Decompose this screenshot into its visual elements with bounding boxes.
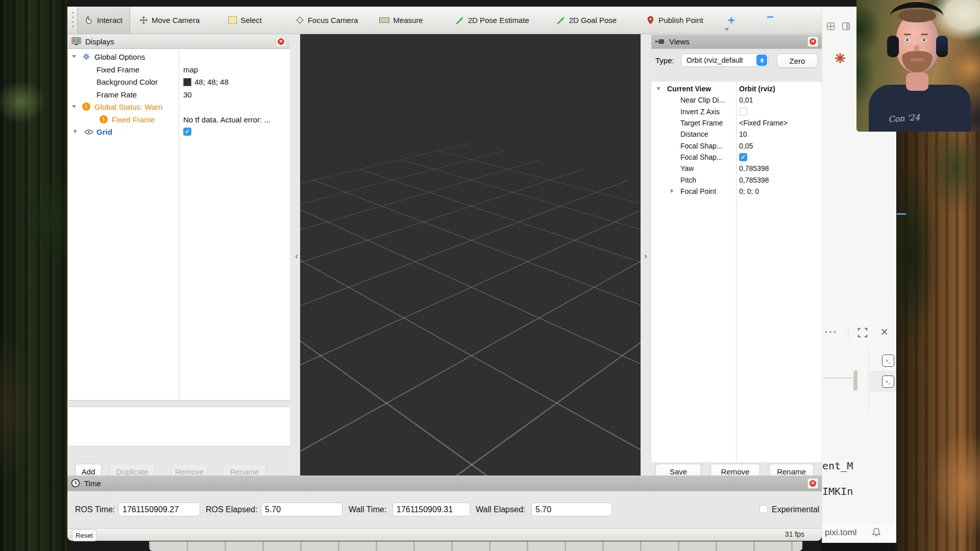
- view-type-dropdown[interactable]: Orbit (rviz_default: [681, 54, 769, 67]
- focal-shape-checkbox[interactable]: ✓: [739, 153, 747, 161]
- tree-label[interactable]: Fixed Frame: [96, 65, 139, 74]
- experimental-checkbox[interactable]: [760, 505, 768, 513]
- views-panel: Views ✕ Type: Orbit (rviz_default Zero C…: [651, 35, 822, 488]
- tree-label[interactable]: Pitch: [680, 176, 696, 184]
- wall-elapsed-input[interactable]: [531, 503, 612, 516]
- reset-button[interactable]: Reset: [72, 530, 96, 541]
- panel-title: Views: [669, 37, 690, 46]
- tool-select[interactable]: Select: [226, 7, 264, 34]
- crosshair-icon: [296, 16, 304, 24]
- tree-label[interactable]: Fixed Frame: [112, 115, 155, 124]
- close-panel-button[interactable]: ✕: [807, 36, 818, 47]
- rviz-toolbar: Interact Move Camera Select Focus Camera…: [67, 7, 822, 34]
- tree-label[interactable]: Invert Z Axis: [680, 108, 720, 116]
- scrollbar-thumb[interactable]: [853, 370, 857, 391]
- tree-value[interactable]: 0,05: [739, 142, 753, 150]
- tree-label[interactable]: Global Options: [94, 53, 145, 61]
- panel-title: Displays: [85, 37, 114, 46]
- tree-row: Invert Z Axis: [651, 106, 822, 117]
- ros-time-input[interactable]: [118, 503, 200, 516]
- expander-icon[interactable]: [656, 87, 660, 90]
- tool-interact[interactable]: Interact: [77, 7, 130, 34]
- tool-focus-camera[interactable]: Focus Camera: [293, 7, 360, 34]
- tree-row: Yaw 0,785398: [651, 163, 822, 174]
- tool-publish-point[interactable]: Publish Point: [644, 7, 705, 34]
- more-options-icon[interactable]: ⋯: [824, 324, 838, 340]
- tree-value[interactable]: 0,785398: [739, 176, 769, 184]
- tree-value[interactable]: No tf data. Actual error: ...: [183, 115, 271, 124]
- toolbar-drag-handle[interactable]: [71, 11, 75, 31]
- close-icon[interactable]: ×: [880, 324, 888, 340]
- expander-icon[interactable]: [74, 129, 77, 133]
- tree-value[interactable]: 48; 48; 48: [194, 78, 229, 86]
- ros-elapsed-input[interactable]: [261, 503, 342, 516]
- person-mouth: [911, 58, 924, 61]
- slider-track[interactable]: [823, 378, 853, 379]
- hand-cursor-icon: [85, 16, 93, 24]
- tree-label[interactable]: Background Color: [96, 78, 158, 86]
- tree-label[interactable]: Near Clip Di...: [680, 96, 725, 104]
- tree-value[interactable]: 0,01: [739, 96, 753, 104]
- expander-icon[interactable]: [72, 105, 76, 108]
- tree-value[interactable]: Orbit (rviz): [739, 85, 775, 93]
- toolbar-overflow-chevron-icon[interactable]: [725, 28, 729, 31]
- views-panel-header[interactable]: Views ✕: [651, 35, 822, 49]
- tree-row: Frame Rate 30: [68, 88, 290, 101]
- tool-2d-pose-estimate[interactable]: 2D Pose Estimate: [454, 7, 531, 34]
- time-panel-header[interactable]: Time ✕: [67, 475, 822, 491]
- tree-label[interactable]: Focal Point: [680, 187, 716, 195]
- expander-icon[interactable]: [72, 55, 76, 58]
- tree-label[interactable]: Distance: [680, 130, 708, 138]
- dropdown-value: Orbit (rviz_default: [687, 56, 743, 64]
- tree-value[interactable]: map: [183, 65, 198, 74]
- close-panel-button[interactable]: ✕: [276, 36, 286, 47]
- expander-icon[interactable]: [671, 189, 674, 193]
- tree-label[interactable]: Focal Shap...: [680, 153, 723, 161]
- layout-grid-icon[interactable]: [826, 22, 835, 31]
- tool-2d-goal-pose[interactable]: 2D Goal Pose: [555, 7, 619, 34]
- tree-label[interactable]: Global Status: Warn: [94, 103, 163, 111]
- tree-value[interactable]: 0; 0; 0: [739, 187, 759, 195]
- tool-label: Focus Camera: [308, 16, 358, 24]
- tree-label[interactable]: Yaw: [680, 164, 694, 172]
- viewport-3d[interactable]: [300, 34, 641, 488]
- tree-value[interactable]: 10: [739, 130, 747, 138]
- expand-icon[interactable]: [857, 327, 868, 338]
- tree-label[interactable]: Current View: [667, 85, 711, 93]
- terminal-icon[interactable]: >_: [882, 355, 894, 367]
- terminal-icon[interactable]: >_: [882, 375, 894, 388]
- background-window-top-bar: [67, 0, 980, 7]
- remove-tool-button[interactable]: −: [767, 7, 774, 34]
- invert-z-checkbox[interactable]: [739, 108, 747, 116]
- background-window-bottom-strip: [149, 541, 802, 551]
- field-label: Wall Time:: [349, 503, 386, 516]
- tree-label[interactable]: Frame Rate: [96, 90, 137, 99]
- views-tree: Current View Orbit (rviz) Near Clip Di..…: [651, 82, 822, 462]
- tree-value[interactable]: <Fixed Frame>: [739, 119, 788, 127]
- displays-panel: Displays ✕ Global Options Fixed Frame ma…: [68, 35, 290, 488]
- collapse-left-handle[interactable]: ‹: [293, 251, 300, 262]
- collapse-right-handle[interactable]: ›: [642, 251, 649, 262]
- file-name-label[interactable]: pixi.toml: [825, 528, 856, 538]
- color-swatch[interactable]: [183, 78, 191, 86]
- divider: [848, 326, 848, 340]
- tool-move-camera[interactable]: Move Camera: [137, 7, 202, 34]
- displays-panel-header[interactable]: Displays ✕: [68, 35, 290, 49]
- tree-label[interactable]: Grid: [96, 128, 112, 136]
- bell-icon[interactable]: [871, 527, 881, 537]
- close-panel-button[interactable]: ✕: [807, 478, 818, 489]
- zero-button[interactable]: Zero: [777, 54, 818, 68]
- enabled-checkbox[interactable]: ✓: [183, 128, 191, 136]
- wall-time-input[interactable]: [393, 503, 470, 516]
- split-layout-icon[interactable]: [842, 22, 850, 31]
- panel-splitter[interactable]: [68, 400, 290, 400]
- tool-measure[interactable]: Measure: [377, 7, 425, 34]
- tree-label[interactable]: Target Frame: [680, 119, 723, 127]
- tree-row: Focal Shap... 0,05: [651, 140, 822, 152]
- tree-value[interactable]: 30: [183, 90, 192, 99]
- tree-label[interactable]: Focal Shap...: [680, 142, 723, 150]
- tree-value[interactable]: 0,785398: [739, 164, 769, 172]
- tree-row: Focal Shap... ✓: [651, 152, 822, 163]
- asterisk-icon[interactable]: [835, 53, 846, 64]
- move-arrows-icon: [139, 16, 148, 24]
